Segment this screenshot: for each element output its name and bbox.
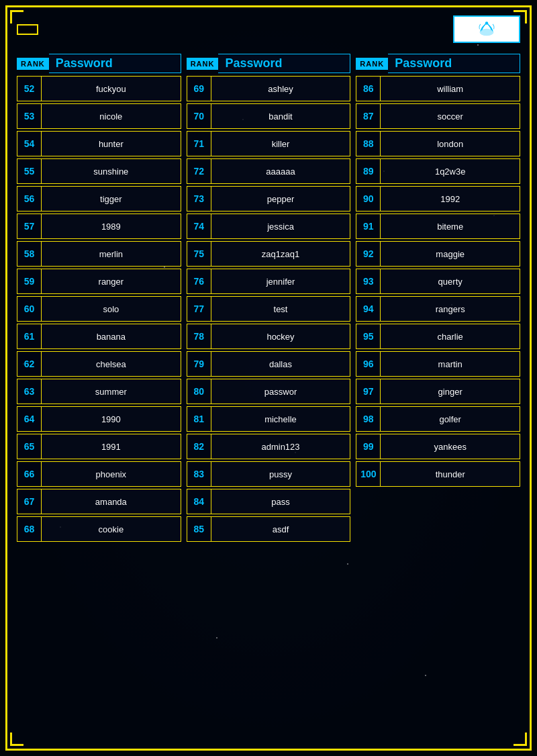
rank-number: 56 <box>17 186 41 211</box>
password-cell: chelsea <box>41 351 181 377</box>
rank-number: 74 <box>187 214 211 239</box>
rank-number: 59 <box>17 269 41 294</box>
table-row: 74jessica <box>187 214 351 239</box>
rank-number: 87 <box>356 103 380 129</box>
table-row: 93querty <box>356 269 520 294</box>
rank-number: 81 <box>187 406 211 432</box>
password-cell: fuckyou <box>41 76 181 101</box>
password-cell: hunter <box>41 131 181 156</box>
rank-number: 69 <box>187 76 211 101</box>
password-cell: pass <box>211 489 351 514</box>
table-row: 76jennifer <box>187 269 351 294</box>
password-cell: phoenix <box>41 461 181 487</box>
password-cell: rangers <box>380 296 520 322</box>
splashdata-icon <box>477 21 497 38</box>
rank-number: 71 <box>187 131 211 156</box>
table-row: 87soccer <box>356 103 520 129</box>
password-cell: passwor <box>211 379 351 404</box>
rank-number: 58 <box>17 241 41 267</box>
table-row: 100thunder <box>356 461 520 487</box>
rank-number: 88 <box>356 131 380 156</box>
svg-point-1 <box>485 21 489 25</box>
password-cell: michelle <box>211 406 351 432</box>
table-row: 52fuckyou <box>17 76 181 101</box>
password-cell: bandit <box>211 103 351 129</box>
table-row: 86william <box>356 76 520 101</box>
password-cell: yankees <box>380 434 520 459</box>
password-cell: aaaaaa <box>211 158 351 184</box>
col-title: Password <box>388 54 520 73</box>
rank-number: 89 <box>356 158 380 184</box>
table-row: 91biteme <box>356 214 520 239</box>
rank-number: 82 <box>187 434 211 459</box>
table-row: 901992 <box>356 186 520 211</box>
table-row: 63summer <box>17 379 181 404</box>
password-cell: 1992 <box>380 186 520 211</box>
splashdata-logo <box>453 15 520 43</box>
password-cell: pussy <box>211 461 351 487</box>
table-row: 62chelsea <box>17 351 181 377</box>
rank-number: 63 <box>17 379 41 404</box>
password-cell: banana <box>41 324 181 349</box>
password-cell: tigger <box>41 186 181 211</box>
rank-number: 94 <box>356 296 380 322</box>
rank-badge: RANK <box>187 58 219 70</box>
rank-number: 80 <box>187 379 211 404</box>
rank-number: 96 <box>356 351 380 377</box>
table-row: 60solo <box>17 296 181 322</box>
password-cell: charlie <box>380 324 520 349</box>
password-cell: 1989 <box>41 214 181 239</box>
col-title: Password <box>49 54 181 73</box>
rank-badge: RANK <box>17 58 49 70</box>
password-cell: pepper <box>211 186 351 211</box>
rank-number: 100 <box>356 461 380 487</box>
rank-number: 68 <box>17 516 41 542</box>
rank-number: 98 <box>356 406 380 432</box>
rank-number: 77 <box>187 296 211 322</box>
table-row: 79dallas <box>187 351 351 377</box>
rank-number: 65 <box>17 434 41 459</box>
password-cell: summer <box>41 379 181 404</box>
rank-number: 83 <box>187 461 211 487</box>
password-cell: jessica <box>211 214 351 239</box>
table-row: 70bandit <box>187 103 351 129</box>
page-header <box>17 15 520 43</box>
rank-number: 72 <box>187 158 211 184</box>
password-cell: thunder <box>380 461 520 487</box>
table-row: 53nicole <box>17 103 181 129</box>
table-row: 571989 <box>17 214 181 239</box>
table-row: 85asdf <box>187 516 351 542</box>
table-row: 68cookie <box>17 516 181 542</box>
col-title: Password <box>218 54 350 73</box>
rank-number: 57 <box>17 214 41 239</box>
password-cell: hockey <box>211 324 351 349</box>
password-cell: maggie <box>380 241 520 267</box>
rank-number: 78 <box>187 324 211 349</box>
table-row: 92maggie <box>356 241 520 267</box>
password-cell: golfer <box>380 406 520 432</box>
rank-number: 79 <box>187 351 211 377</box>
table-row: 78hockey <box>187 324 351 349</box>
password-cell: london <box>380 131 520 156</box>
password-cell: merlin <box>41 241 181 267</box>
rank-number: 86 <box>356 76 380 101</box>
table-row: 69ashley <box>187 76 351 101</box>
rank-badge: RANK <box>356 58 388 70</box>
table-row: 96martin <box>356 351 520 377</box>
rank-number: 92 <box>356 241 380 267</box>
rank-number: 54 <box>17 131 41 156</box>
table-row: 98golfer <box>356 406 520 432</box>
rank-number: 99 <box>356 434 380 459</box>
password-cell: asdf <box>211 516 351 542</box>
rank-number: 91 <box>356 214 380 239</box>
table-row: 77test <box>187 296 351 322</box>
table-row: 56tigger <box>17 186 181 211</box>
table-row: 651991 <box>17 434 181 459</box>
table-row: 891q2w3e <box>356 158 520 184</box>
table-row: 58merlin <box>17 241 181 267</box>
rank-number: 84 <box>187 489 211 514</box>
table-row: 72aaaaaa <box>187 158 351 184</box>
rank-number: 61 <box>17 324 41 349</box>
col-header-2: RANKPassword <box>187 54 351 73</box>
table-row: 61banana <box>17 324 181 349</box>
